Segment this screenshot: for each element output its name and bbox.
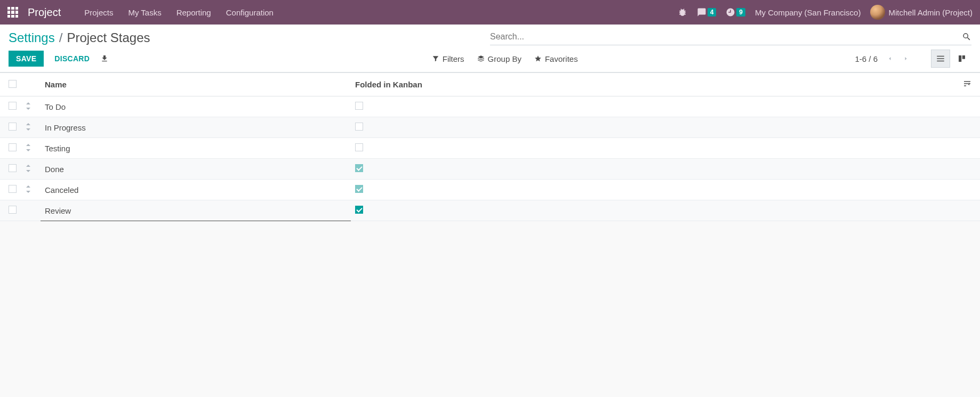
row-handle-cell <box>21 159 41 180</box>
save-button[interactable]: SAVE <box>9 51 44 67</box>
row-folded-cell <box>351 117 959 138</box>
header-handle <box>21 73 41 96</box>
header-folded[interactable]: Folded in Kanban <box>351 73 959 96</box>
drag-handle-icon[interactable] <box>26 144 31 151</box>
table-row[interactable]: In Progress <box>0 117 980 138</box>
control-panel: Settings / Project Stages SAVE DISCARD F… <box>0 25 980 72</box>
row-folded-cell <box>351 159 959 180</box>
breadcrumb-current: Project Stages <box>67 30 150 45</box>
list-icon <box>936 54 945 63</box>
table-row[interactable]: To Do <box>0 96 980 117</box>
folded-checkbox[interactable] <box>355 206 363 214</box>
row-select-cell <box>0 159 21 180</box>
kanban-view-button[interactable] <box>952 50 971 68</box>
pager-next-button[interactable] <box>898 51 914 67</box>
drag-handle-icon[interactable] <box>26 165 31 172</box>
breadcrumb-settings[interactable]: Settings <box>9 30 55 45</box>
row-folded-cell <box>351 138 959 159</box>
row-checkbox[interactable] <box>9 102 17 110</box>
row-name-cell[interactable]: Testing <box>41 138 351 159</box>
nav-link-reporting[interactable]: Reporting <box>169 0 219 25</box>
row-trailing-cell <box>959 159 980 180</box>
breadcrumb-separator: / <box>59 30 63 45</box>
discard-button[interactable]: DISCARD <box>52 51 92 67</box>
row-checkbox[interactable] <box>9 206 17 214</box>
pager-prev-button[interactable] <box>882 51 898 67</box>
row-trailing-cell <box>959 117 980 138</box>
folded-checkbox[interactable] <box>355 123 363 131</box>
apps-icon[interactable] <box>7 7 18 18</box>
row-trailing-cell <box>959 96 980 117</box>
row-checkbox[interactable] <box>9 164 17 172</box>
company-selector[interactable]: My Company (San Francisco) <box>755 8 861 17</box>
header-select-all[interactable] <box>0 73 21 96</box>
activity-badge: 9 <box>736 8 745 17</box>
nav-link-configuration[interactable]: Configuration <box>219 0 281 25</box>
stages-table: Name Folded in Kanban To DoIn ProgressTe… <box>0 72 980 221</box>
export-icon[interactable] <box>100 54 109 63</box>
row-trailing-cell <box>959 200 980 221</box>
header-name[interactable]: Name <box>41 73 351 96</box>
chevron-right-icon <box>903 55 909 62</box>
row-folded-cell <box>351 96 959 117</box>
brand-title[interactable]: Project <box>28 6 61 19</box>
table-row[interactable]: Canceled <box>0 180 980 200</box>
chat-icon <box>697 7 706 17</box>
row-folded-cell <box>351 180 959 200</box>
row-select-cell <box>0 138 21 159</box>
activity-button[interactable]: 9 <box>726 7 745 17</box>
row-name-cell[interactable]: In Progress <box>41 117 351 138</box>
row-handle-cell <box>21 117 41 138</box>
row-name-cell[interactable]: Canceled <box>41 180 351 200</box>
nav-link-projects[interactable]: Projects <box>77 0 121 25</box>
nav-link-my-tasks[interactable]: My Tasks <box>121 0 168 25</box>
row-handle-cell <box>21 96 41 117</box>
row-handle-cell <box>21 138 41 159</box>
drag-handle-icon[interactable] <box>26 123 31 131</box>
filters-button[interactable]: Filters <box>432 54 464 63</box>
pager-range[interactable]: 1-6 / 6 <box>855 54 878 63</box>
folded-checkbox[interactable] <box>355 102 363 110</box>
folded-checkbox[interactable] <box>355 143 363 151</box>
nav-links: Projects My Tasks Reporting Configuratio… <box>77 0 281 25</box>
discuss-button[interactable]: 4 <box>697 7 717 17</box>
row-select-cell <box>0 96 21 117</box>
table-row[interactable]: Done <box>0 159 980 180</box>
drag-handle-icon[interactable] <box>26 102 31 110</box>
search-icon[interactable] <box>962 32 971 42</box>
row-checkbox[interactable] <box>9 123 17 131</box>
row-checkbox[interactable] <box>9 185 17 193</box>
chevron-left-icon <box>887 55 893 62</box>
row-name-cell[interactable]: To Do <box>41 96 351 117</box>
bug-icon[interactable] <box>678 7 687 17</box>
user-menu[interactable]: Mitchell Admin (Project) <box>870 5 973 20</box>
drag-handle-icon[interactable] <box>26 185 31 193</box>
row-name-cell[interactable]: Review <box>41 200 351 221</box>
search-input[interactable] <box>490 30 958 44</box>
view-switch <box>931 50 971 68</box>
row-folded-cell <box>351 200 959 221</box>
favorites-button[interactable]: Favorites <box>534 54 578 63</box>
group-by-label: Group By <box>488 54 521 63</box>
table-row[interactable]: Testing <box>0 138 980 159</box>
folded-checkbox[interactable] <box>355 185 363 193</box>
layers-icon <box>477 55 485 62</box>
header-options[interactable] <box>959 73 980 96</box>
row-handle-cell <box>21 180 41 200</box>
row-select-cell <box>0 200 21 221</box>
folded-checkbox[interactable] <box>355 164 363 172</box>
group-by-button[interactable]: Group By <box>477 54 521 63</box>
list-view: Name Folded in Kanban To DoIn ProgressTe… <box>0 72 980 221</box>
favorites-label: Favorites <box>545 54 578 63</box>
list-view-button[interactable] <box>931 50 950 68</box>
sliders-icon <box>963 79 971 88</box>
row-select-cell <box>0 117 21 138</box>
row-name-cell[interactable]: Done <box>41 159 351 180</box>
filters-label: Filters <box>443 54 464 63</box>
pager: 1-6 / 6 <box>855 51 914 67</box>
table-row[interactable]: Review <box>0 200 980 221</box>
checkbox-all[interactable] <box>9 80 17 88</box>
row-checkbox[interactable] <box>9 143 17 151</box>
action-buttons: SAVE DISCARD <box>9 51 432 67</box>
row-trailing-cell <box>959 180 980 200</box>
